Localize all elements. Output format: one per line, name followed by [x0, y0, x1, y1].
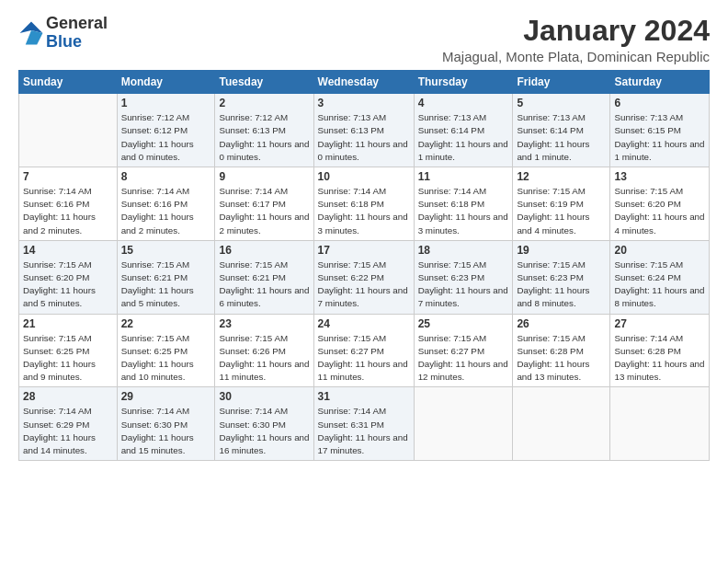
daylight-label: Daylight: 11 hours and 0 minutes.: [318, 139, 408, 162]
header-wednesday: Wednesday: [313, 71, 414, 94]
sunrise-label: Sunrise: 7:14 AM: [121, 186, 190, 196]
sunset-label: Sunset: 6:27 PM: [318, 346, 384, 356]
table-row: 24 Sunrise: 7:15 AM Sunset: 6:27 PM Dayl…: [313, 314, 414, 387]
sunrise-label: Sunrise: 7:15 AM: [517, 186, 586, 196]
day-info: Sunrise: 7:15 AM Sunset: 6:20 PM Dayligh…: [23, 259, 113, 311]
table-row: 2 Sunrise: 7:12 AM Sunset: 6:13 PM Dayli…: [215, 94, 313, 167]
day-info: Sunrise: 7:14 AM Sunset: 6:18 PM Dayligh…: [318, 185, 410, 237]
daylight-label: Daylight: 11 hours and 6 minutes.: [219, 285, 309, 308]
table-row: 10 Sunrise: 7:14 AM Sunset: 6:18 PM Dayl…: [313, 167, 414, 241]
day-number: 24: [318, 317, 410, 330]
daylight-label: Daylight: 11 hours and 15 minutes.: [121, 432, 194, 455]
sunset-label: Sunset: 6:31 PM: [318, 419, 384, 430]
sunrise-label: Sunrise: 7:14 AM: [23, 186, 92, 196]
day-info: Sunrise: 7:14 AM Sunset: 6:28 PM Dayligh…: [614, 332, 705, 385]
daylight-label: Daylight: 11 hours and 8 minutes.: [614, 285, 704, 308]
day-info: Sunrise: 7:15 AM Sunset: 6:23 PM Dayligh…: [418, 259, 509, 311]
table-row: 25 Sunrise: 7:15 AM Sunset: 6:27 PM Dayl…: [414, 314, 513, 387]
day-info: Sunrise: 7:14 AM Sunset: 6:31 PM Dayligh…: [318, 405, 410, 457]
sunset-label: Sunset: 6:21 PM: [121, 272, 188, 282]
day-info: Sunrise: 7:15 AM Sunset: 6:19 PM Dayligh…: [517, 185, 606, 237]
table-row: 21 Sunrise: 7:15 AM Sunset: 6:25 PM Dayl…: [19, 314, 118, 387]
daylight-label: Daylight: 11 hours and 0 minutes.: [219, 139, 309, 162]
sunset-label: Sunset: 6:28 PM: [614, 346, 680, 356]
day-info: Sunrise: 7:13 AM Sunset: 6:15 PM Dayligh…: [614, 111, 705, 164]
title-area: January 2024 Majagual, Monte Plata, Domi…: [442, 15, 710, 64]
day-number: 22: [121, 317, 211, 330]
day-info: Sunrise: 7:14 AM Sunset: 6:30 PM Dayligh…: [121, 405, 211, 457]
header-monday: Monday: [117, 71, 215, 94]
header-friday: Friday: [513, 71, 610, 94]
day-number: 5: [517, 97, 606, 109]
day-number: 30: [219, 390, 309, 403]
daylight-label: Daylight: 11 hours and 14 minutes.: [23, 432, 96, 455]
table-row: [414, 387, 513, 461]
day-number: 3: [318, 97, 410, 109]
sunset-label: Sunset: 6:16 PM: [23, 199, 89, 209]
sunset-label: Sunset: 6:12 PM: [121, 125, 188, 135]
calendar-week-row: 21 Sunrise: 7:15 AM Sunset: 6:25 PM Dayl…: [19, 314, 710, 387]
day-number: 20: [614, 244, 705, 257]
daylight-label: Daylight: 11 hours and 10 minutes.: [121, 359, 194, 382]
sunset-label: Sunset: 6:20 PM: [23, 272, 89, 282]
day-info: Sunrise: 7:15 AM Sunset: 6:27 PM Dayligh…: [318, 332, 410, 385]
sunrise-label: Sunrise: 7:15 AM: [614, 186, 683, 196]
header-sunday: Sunday: [19, 71, 118, 94]
sunrise-label: Sunrise: 7:15 AM: [219, 259, 288, 270]
day-number: 12: [517, 170, 606, 183]
day-number: 28: [23, 390, 113, 403]
sunset-label: Sunset: 6:24 PM: [614, 272, 680, 282]
sunrise-label: Sunrise: 7:15 AM: [219, 333, 288, 343]
calendar-header-row: Sunday Monday Tuesday Wednesday Thursday…: [19, 71, 710, 94]
daylight-label: Daylight: 11 hours and 5 minutes.: [23, 285, 96, 308]
sunrise-label: Sunrise: 7:15 AM: [121, 259, 190, 270]
day-info: Sunrise: 7:15 AM Sunset: 6:28 PM Dayligh…: [517, 332, 606, 385]
daylight-label: Daylight: 11 hours and 2 minutes.: [121, 212, 194, 235]
daylight-label: Daylight: 11 hours and 4 minutes.: [614, 212, 704, 235]
table-row: [513, 387, 610, 461]
day-info: Sunrise: 7:14 AM Sunset: 6:18 PM Dayligh…: [418, 185, 509, 237]
sunset-label: Sunset: 6:27 PM: [418, 346, 484, 356]
sunrise-label: Sunrise: 7:14 AM: [219, 406, 288, 416]
day-info: Sunrise: 7:15 AM Sunset: 6:20 PM Dayligh…: [614, 185, 705, 237]
day-info: Sunrise: 7:13 AM Sunset: 6:13 PM Dayligh…: [318, 111, 410, 164]
day-number: 7: [23, 170, 113, 183]
sunset-label: Sunset: 6:23 PM: [418, 272, 484, 282]
sunset-label: Sunset: 6:25 PM: [121, 346, 188, 356]
day-info: Sunrise: 7:15 AM Sunset: 6:25 PM Dayligh…: [23, 332, 113, 385]
logo-blue: Blue: [46, 32, 82, 51]
day-number: 29: [121, 390, 211, 403]
sunset-label: Sunset: 6:28 PM: [517, 346, 583, 356]
day-number: 10: [318, 170, 410, 183]
sunrise-label: Sunrise: 7:15 AM: [517, 333, 586, 343]
logo: General Blue: [18, 15, 108, 52]
table-row: 31 Sunrise: 7:14 AM Sunset: 6:31 PM Dayl…: [313, 387, 414, 461]
day-info: Sunrise: 7:13 AM Sunset: 6:14 PM Dayligh…: [418, 111, 509, 164]
day-number: 13: [614, 170, 705, 183]
sunrise-label: Sunrise: 7:15 AM: [418, 333, 487, 343]
sunrise-label: Sunrise: 7:14 AM: [23, 406, 92, 416]
day-info: Sunrise: 7:15 AM Sunset: 6:24 PM Dayligh…: [614, 259, 705, 311]
sunset-label: Sunset: 6:26 PM: [219, 346, 285, 356]
sunrise-label: Sunrise: 7:15 AM: [517, 259, 586, 270]
day-number: 21: [23, 317, 113, 330]
month-title: January 2024: [442, 15, 710, 47]
sunrise-label: Sunrise: 7:15 AM: [318, 333, 387, 343]
day-info: Sunrise: 7:14 AM Sunset: 6:17 PM Dayligh…: [219, 185, 309, 237]
table-row: 15 Sunrise: 7:15 AM Sunset: 6:21 PM Dayl…: [117, 240, 215, 314]
day-info: Sunrise: 7:15 AM Sunset: 6:27 PM Dayligh…: [418, 332, 509, 385]
day-number: 9: [219, 170, 309, 183]
sunset-label: Sunset: 6:13 PM: [219, 125, 285, 135]
daylight-label: Daylight: 11 hours and 12 minutes.: [418, 359, 508, 382]
sunset-label: Sunset: 6:21 PM: [219, 272, 285, 282]
page: General Blue January 2024 Majagual, Mont…: [0, 0, 728, 563]
day-info: Sunrise: 7:14 AM Sunset: 6:16 PM Dayligh…: [23, 185, 113, 237]
table-row: 6 Sunrise: 7:13 AM Sunset: 6:15 PM Dayli…: [610, 94, 710, 167]
table-row: 30 Sunrise: 7:14 AM Sunset: 6:30 PM Dayl…: [215, 387, 313, 461]
sunrise-label: Sunrise: 7:15 AM: [418, 259, 487, 270]
day-info: Sunrise: 7:15 AM Sunset: 6:21 PM Dayligh…: [121, 259, 211, 311]
calendar-week-row: 1 Sunrise: 7:12 AM Sunset: 6:12 PM Dayli…: [19, 94, 710, 167]
header-saturday: Saturday: [610, 71, 710, 94]
table-row: 11 Sunrise: 7:14 AM Sunset: 6:18 PM Dayl…: [414, 167, 513, 241]
day-number: 26: [517, 317, 606, 330]
